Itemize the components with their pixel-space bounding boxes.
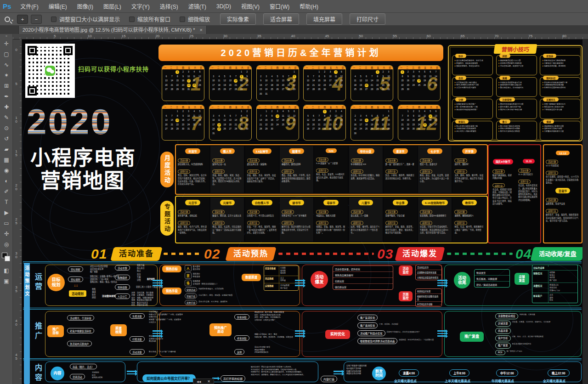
brush-tool[interactable]: ✎ <box>0 113 13 123</box>
crop-tool[interactable]: ⊞ <box>0 81 13 91</box>
day-number: 5 <box>371 115 373 117</box>
tip-label: 直播 <box>499 76 510 80</box>
magic-wand-tool[interactable]: ✶ <box>0 70 13 81</box>
clone-stamp-tool[interactable]: ⊙ <box>0 123 13 134</box>
day-number: 19 <box>307 124 309 126</box>
send-time-caption: 上半天曝光最高点 <box>445 378 470 383</box>
zoom-tool-icon[interactable] <box>5 17 10 22</box>
bullet-icon: ➤ <box>454 106 456 108</box>
day-number: 13 <box>435 115 437 117</box>
menu-item[interactable]: 选择(S) <box>155 2 183 10</box>
menu-item[interactable]: 文件(F) <box>15 2 43 10</box>
collapsed-panel-bar[interactable] <box>193 378 214 384</box>
menu-item[interactable]: 帮助(H) <box>294 2 323 10</box>
day-cell: 22 <box>317 83 322 88</box>
document-canvas[interactable]: 扫码可以获得小程序扶持 2020 小程序电商 营销地图 2020营销日历&全年营… <box>22 40 582 384</box>
screen-mode-icon[interactable]: ▣ <box>0 276 13 287</box>
menu-item[interactable]: 窗口(W) <box>265 2 294 10</box>
day-number: 20 <box>429 79 431 82</box>
menu-item[interactable]: 文字(Y) <box>126 2 155 10</box>
zoom-tool[interactable]: ◎ <box>0 239 13 250</box>
color-swatches[interactable] <box>0 252 13 265</box>
zoom-in-button[interactable]: + <box>17 15 28 24</box>
option-button[interactable]: 打印尺寸 <box>350 13 385 25</box>
day-cell: 26 <box>339 83 344 88</box>
collapse-left-icon[interactable] <box>197 379 201 384</box>
row-label: 营销活动 <box>185 287 197 292</box>
day-number: 12 <box>429 114 432 118</box>
day-cell: 24 <box>333 123 339 127</box>
day-blank <box>222 70 227 74</box>
menu-item[interactable]: 图像(I) <box>72 2 98 10</box>
tip-card: 直播➤开播前多渠道预告蓄水引流➤直播间限时专属价边看边买➤整点抽奖留人，拉长观看… <box>496 77 537 97</box>
day-cell: 25 <box>216 127 222 131</box>
history-brush-tool[interactable]: ↺ <box>0 134 13 144</box>
hand-tool[interactable]: ✣ <box>0 229 13 239</box>
tip-card: 买赠有礼➤买赠门槛略高于客单价拉升➤赠品选实用小样成本可控➤下单即抽奖提升参与感 <box>540 99 581 119</box>
ruler-number: 50 <box>359 34 363 38</box>
option-checkbox[interactable]: 缩放所有窗口 <box>129 15 170 23</box>
path-select-tool[interactable]: ▶ <box>0 208 13 218</box>
day-number: 17 <box>212 124 215 126</box>
checkbox-icon[interactable] <box>129 17 135 22</box>
day-cell: 29 <box>375 87 380 92</box>
menu-item[interactable]: 滤镜(T) <box>183 2 211 10</box>
row-label: 流量数据完成度 <box>495 313 518 319</box>
tip-text: ➤高频刚需品发起2-3人小团➤老带新开团享额外优惠裂变➤突出省钱金额，刺激用户分… <box>498 59 535 68</box>
day-cell: 17 <box>358 123 363 127</box>
day-cell: 20 <box>164 123 169 127</box>
list-item: 店铺整体流量转化效果 <box>416 270 441 275</box>
day-cell: 21 <box>311 83 317 88</box>
festival-cell: 踏青节活动主题春暖四月，踏青出游季适用行业食品、美妆、服饰、户外等，结合春季出游… <box>280 146 313 193</box>
option-checkbox[interactable]: 细微缩放 <box>180 15 210 23</box>
gradient-tool[interactable]: ▦ <box>0 155 13 165</box>
weekday: 一 <box>259 106 261 108</box>
blur-tool[interactable]: ◉ <box>0 165 13 176</box>
weekday: 二 <box>359 106 361 108</box>
menu-item[interactable]: 编辑(E) <box>44 2 72 10</box>
checkbox-icon[interactable] <box>51 17 57 22</box>
weekday: 一 <box>353 106 355 108</box>
type-tool[interactable]: T <box>0 197 13 208</box>
calendar-weekday-header: 一二三四五六日 <box>351 66 393 69</box>
eraser-tool[interactable]: ▰ <box>0 144 13 155</box>
ruler-number: 30 <box>223 34 227 38</box>
option-button[interactable]: 填充屏幕 <box>306 13 342 25</box>
day-number: 10 <box>329 75 331 78</box>
day-cell: 3 <box>264 74 269 79</box>
day-cell: 14 <box>233 79 238 83</box>
marquee-tool[interactable]: ▢ <box>0 49 13 60</box>
eyedropper-tool[interactable]: ✒ <box>0 91 13 102</box>
day-number: 20 <box>229 124 232 126</box>
day-number: 29 <box>401 88 404 90</box>
zoom-out-button[interactable]: − <box>31 15 42 24</box>
node-preheat-goal: 预热目标 <box>162 265 181 272</box>
day-number: 2 <box>324 71 326 73</box>
chevron-down-icon[interactable]: ▾ <box>11 18 13 23</box>
bullet-icon: ➤ <box>542 81 543 84</box>
day-cell: 31 <box>186 87 192 92</box>
option-checkbox[interactable]: 调整窗口大小以满屏显示 <box>51 15 120 23</box>
tab-close-icon[interactable]: × <box>199 27 202 33</box>
menu-item[interactable]: 视图(V) <box>236 2 265 10</box>
lasso-tool[interactable]: ∿ <box>0 60 13 70</box>
close-icon[interactable] <box>207 379 210 384</box>
menu-item[interactable]: 图层(L) <box>98 2 126 10</box>
table-row: ROI推广费用投入产出比 <box>495 349 579 356</box>
shape-tool[interactable]: ▭ <box>0 218 13 229</box>
background-color[interactable] <box>5 256 10 261</box>
option-button[interactable]: 适合屏幕 <box>263 13 299 25</box>
quick-mask-icon[interactable]: ◧ <box>0 265 13 276</box>
dodge-tool[interactable]: ◐ <box>0 176 13 186</box>
panel-collapse-icon[interactable]: » <box>0 34 12 39</box>
pen-tool[interactable]: ✐ <box>0 186 13 197</box>
menu-item[interactable]: 3D(D) <box>211 3 236 10</box>
checkbox-icon[interactable] <box>180 17 185 22</box>
day-cell: 29 <box>400 87 405 92</box>
option-button[interactable]: 实际像素 <box>220 13 256 25</box>
theme-label: 活动主题 <box>385 210 398 214</box>
move-tool[interactable]: ✛ <box>0 39 13 49</box>
healing-brush-tool[interactable]: ✚ <box>0 102 13 113</box>
document-tab[interactable]: 2020小程序电商营销地图.jpg @ 12.5% (扫码可以获得小程序扶持, … <box>18 26 207 34</box>
day-number: 22 <box>376 84 379 86</box>
